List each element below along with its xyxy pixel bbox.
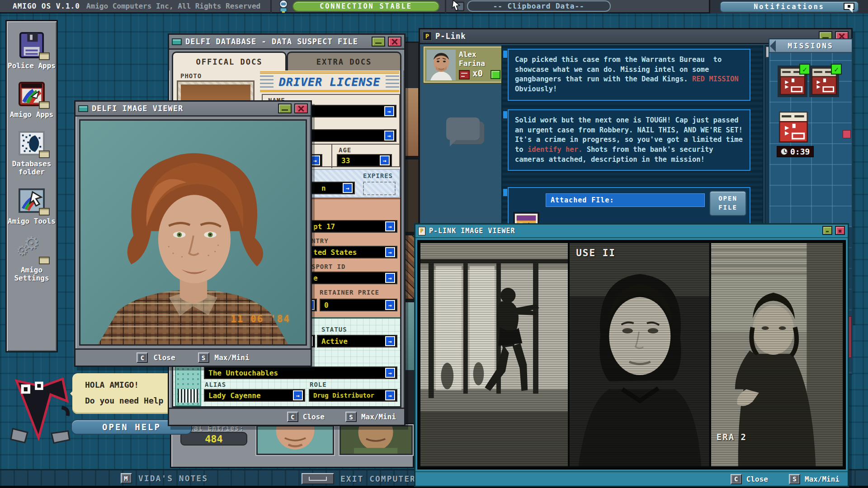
organization-value: The Untouchables bbox=[208, 369, 278, 377]
role-value: Drug Distributor bbox=[313, 392, 374, 399]
sidebar-item-amigo-settings[interactable]: ⚙ ⚙ Amigo Settings bbox=[6, 236, 57, 283]
country-value-fragment: ted States bbox=[313, 248, 357, 257]
folder-badge-icon bbox=[39, 150, 50, 158]
minimize-button[interactable] bbox=[278, 103, 292, 113]
clipboard-data-button[interactable]: -- Clipboard Data-- bbox=[467, 0, 611, 12]
contact-last-name: Farina bbox=[459, 59, 485, 68]
floppy-disk-icon bbox=[17, 32, 46, 58]
mission-icon-active[interactable] bbox=[778, 111, 808, 143]
close-button[interactable] bbox=[388, 37, 401, 47]
close-key-icon[interactable]: C bbox=[287, 412, 298, 422]
exit-computer-shortcut[interactable]: EXIT COMPUTER bbox=[302, 473, 416, 484]
field-action-icon[interactable] bbox=[343, 183, 353, 193]
close-button[interactable] bbox=[835, 226, 845, 235]
clock-icon bbox=[781, 148, 788, 155]
message-text-red: identify her. bbox=[528, 145, 582, 154]
driver-license-title: DRIVER LICENSE bbox=[274, 75, 386, 89]
rgb-screen-icon bbox=[17, 81, 46, 107]
suspect-gallery-footer: Total Entries: 484 bbox=[170, 423, 414, 468]
sidebar-label: Amigo Settings bbox=[6, 266, 57, 283]
vidas-notes-shortcut[interactable]: M VIDA'S NOTES bbox=[121, 473, 208, 483]
field-action-icon[interactable] bbox=[385, 368, 395, 378]
panel-collapse-arrow-icon[interactable] bbox=[764, 40, 776, 52]
alias-input[interactable]: Lady Cayenne bbox=[204, 389, 305, 402]
missions-header[interactable]: MISSIONS bbox=[769, 39, 852, 53]
close-key-icon[interactable]: C bbox=[731, 474, 742, 484]
camera-shot-running bbox=[420, 243, 568, 466]
country-label: NTRY bbox=[311, 237, 329, 244]
document-tabs: OFFICAL DOCS EXTRA DOCS bbox=[169, 50, 404, 70]
mission-timer: 0:39 bbox=[777, 146, 814, 157]
field-action-icon[interactable] bbox=[385, 390, 395, 400]
suspect-portrait-photo: 11 06 '84 bbox=[79, 119, 307, 346]
camera-shot-standing: ERA 2 bbox=[711, 243, 843, 466]
open-file-button[interactable]: OPEN FILE bbox=[709, 191, 746, 216]
field-action-icon[interactable] bbox=[385, 300, 395, 310]
delfi-db-footer: C Close S Max/Mini bbox=[169, 408, 404, 425]
suspect-thumbnail[interactable] bbox=[340, 425, 413, 455]
missions-title: MISSIONS bbox=[788, 42, 833, 50]
field-action-icon[interactable] bbox=[385, 273, 395, 283]
sidebar-item-police-apps[interactable]: Police Apps bbox=[6, 32, 57, 70]
passport-value-fragment: e bbox=[313, 274, 318, 282]
driver-license-banner: DRIVER LICENSE bbox=[260, 71, 399, 92]
field-action-icon[interactable] bbox=[380, 155, 390, 165]
role-input[interactable]: Drug Distributor bbox=[309, 389, 397, 402]
camera-overlay-text-top: USE II bbox=[576, 248, 616, 258]
retainer-price-input[interactable]: 0 bbox=[320, 299, 397, 311]
max-mini-key-label: Max/Mini bbox=[361, 413, 396, 421]
sidebar-item-amigo-tools[interactable]: Amigo Tools bbox=[6, 188, 57, 225]
max-mini-key-icon[interactable]: S bbox=[789, 474, 800, 484]
vida-mascot[interactable] bbox=[8, 374, 75, 448]
plink-viewer-titlebar[interactable]: P-LINK IMAGE VIEWER bbox=[415, 225, 848, 238]
organization-input[interactable]: The Untouchables bbox=[204, 366, 397, 379]
delfi-db-titlebar[interactable]: DELFI DATABASE - DATA SUSPECT FILE bbox=[169, 35, 404, 50]
folder-badge-icon bbox=[39, 52, 50, 60]
sidebar-item-databases-folder[interactable]: Databases folder bbox=[6, 130, 57, 177]
contact-first-name: Alex bbox=[459, 50, 476, 59]
camera-overlay-text-bottom: ERA 2 bbox=[717, 432, 747, 442]
field-action-icon[interactable] bbox=[384, 131, 394, 141]
suspect-thumbnail[interactable] bbox=[256, 425, 334, 455]
minimize-button[interactable] bbox=[822, 226, 832, 235]
max-mini-key-icon[interactable]: S bbox=[198, 352, 209, 363]
mission-counter-icon bbox=[459, 70, 470, 80]
chat-attachment-message: Attached FIle: OPEN FILE bbox=[508, 187, 750, 227]
age-label: AGE bbox=[339, 146, 351, 154]
delfi-viewer-footer: C Close S Max/Mini bbox=[75, 348, 311, 366]
field-action-icon[interactable] bbox=[384, 106, 394, 116]
mission-icon-complete[interactable] bbox=[811, 67, 837, 95]
sidebar-label: Databases folder bbox=[6, 160, 57, 177]
mission-icon-complete[interactable] bbox=[779, 67, 806, 95]
age-input[interactable]: 33 bbox=[337, 154, 392, 167]
delfi-viewer-titlebar[interactable]: DELFI IMAGE VIEWER bbox=[75, 102, 311, 117]
sidebar-item-amigo-apps[interactable]: Amigo Apps bbox=[6, 81, 57, 119]
delfi-image-viewer-window: DELFI IMAGE VIEWER bbox=[74, 100, 312, 367]
alias-value: Lady Cayenne bbox=[208, 391, 261, 400]
tab-extra-docs[interactable]: EXTRA DOCS bbox=[287, 52, 401, 70]
notifications-button[interactable]: Notifications bbox=[720, 1, 859, 13]
image-file-icon bbox=[418, 227, 425, 235]
alias-label: ALIAS bbox=[205, 381, 226, 388]
vidas-notes-label: VIDA'S NOTES bbox=[138, 474, 208, 483]
passport-id-label: SPORT ID bbox=[311, 263, 345, 270]
status-label: STATUS bbox=[321, 326, 347, 333]
close-button[interactable] bbox=[294, 103, 308, 113]
contact-avatar bbox=[427, 50, 456, 80]
desktop: AMIGO OS V.1.0 Amigo Computers Inc, All … bbox=[0, 0, 868, 488]
tab-official-docs[interactable]: OFFICAL DOCS bbox=[172, 52, 287, 70]
attached-file-label: Attached FIle: bbox=[546, 193, 705, 207]
field-action-icon[interactable] bbox=[293, 390, 303, 400]
contact-card-alex-farina[interactable]: Alex Farina x0 bbox=[424, 47, 502, 83]
field-action-icon[interactable] bbox=[385, 247, 395, 257]
mission-complete-check-icon bbox=[799, 64, 810, 75]
minimize-button[interactable] bbox=[372, 37, 385, 47]
max-mini-key-icon[interactable]: S bbox=[345, 412, 357, 422]
plink-app-icon bbox=[423, 32, 432, 41]
close-key-icon[interactable]: C bbox=[137, 352, 148, 363]
field-action-icon[interactable] bbox=[385, 336, 395, 346]
scrollbar-fragment bbox=[843, 130, 851, 138]
status-input[interactable]: Active bbox=[317, 335, 397, 347]
bubble-line-2: Do you need Help bbox=[85, 396, 163, 405]
field-action-icon[interactable] bbox=[385, 221, 395, 231]
